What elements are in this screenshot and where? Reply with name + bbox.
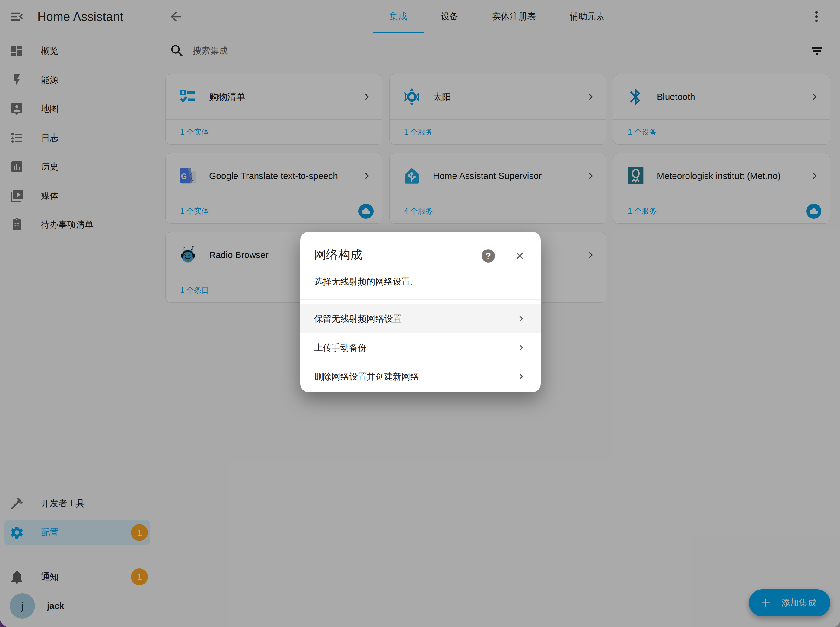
option-erase-create-network[interactable]: 删除网络设置并创建新网络 [300, 362, 541, 391]
option-label: 删除网络设置并创建新网络 [314, 371, 515, 383]
chevron-right-icon [515, 371, 527, 383]
chevron-right-icon [515, 342, 527, 354]
dialog-title: 网络构成 [314, 247, 482, 262]
option-upload-backup[interactable]: 上传手动备份 [300, 333, 541, 362]
option-label: 上传手动备份 [314, 342, 515, 354]
dialog-description: 选择无线射频的网络设置。 [300, 263, 541, 288]
close-icon[interactable] [514, 249, 526, 262]
desktop-background: Home Assistant 概览 能源 地图 日志 [0, 0, 840, 627]
option-keep-radio-settings[interactable]: 保留无线射频网络设置 [300, 304, 541, 333]
chevron-right-icon [515, 313, 527, 325]
network-config-dialog: 网络构成 ? 选择无线射频的网络设置。 保留无线射频网络设置 上传手动备份 删除… [300, 232, 541, 392]
dialog-options: 保留无线射频网络设置 上传手动备份 删除网络设置并创建新网络 [300, 299, 541, 391]
help-icon[interactable]: ? [482, 249, 495, 263]
option-label: 保留无线射频网络设置 [314, 313, 515, 325]
dialog-header: 网络构成 ? [300, 232, 541, 263]
